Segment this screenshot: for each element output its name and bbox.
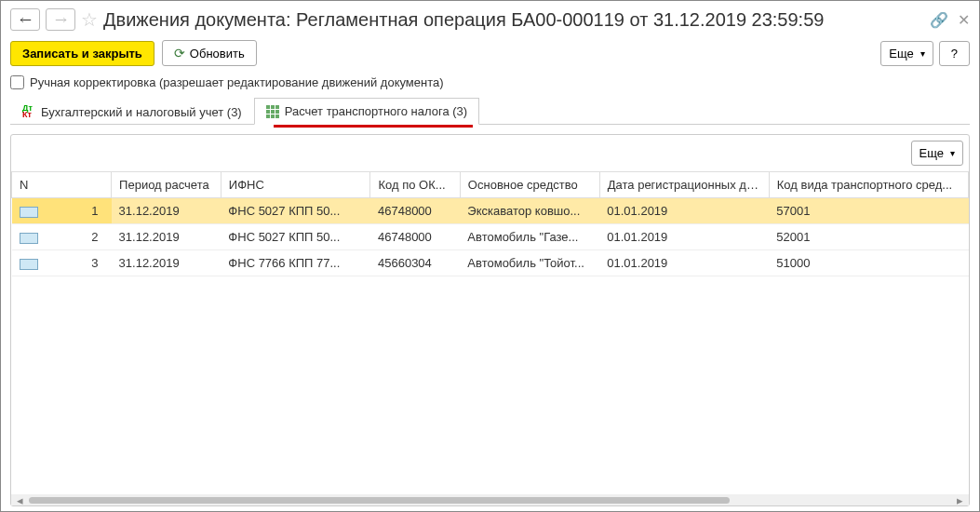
cell-period: 31.12.2019 <box>112 224 222 250</box>
chevron-down-icon: ▾ <box>920 48 925 59</box>
tabs: ДтКт Бухгалтерский и налоговый учет (3) … <box>10 97 970 125</box>
col-n[interactable]: N <box>12 172 112 198</box>
debit-credit-icon: ДтКт <box>22 105 35 118</box>
refresh-button[interactable]: ⟳ Обновить <box>162 40 257 66</box>
refresh-icon: ⟳ <box>174 46 185 61</box>
manual-correction-row: Ручная корректировка (разрешает редактир… <box>10 75 970 89</box>
cell-os: Автомобиль "Газе... <box>460 224 599 250</box>
link-icon[interactable]: 🔗 <box>930 11 948 29</box>
col-date[interactable]: Дата регистрационных данных <box>599 172 769 198</box>
scroll-thumb[interactable] <box>29 497 730 504</box>
close-icon[interactable]: ✕ <box>958 11 970 29</box>
cell-kvid: 57001 <box>769 198 968 224</box>
col-os[interactable]: Основное средство <box>460 172 599 198</box>
cell-ifns: ФНС 7766 КПП 77... <box>221 250 370 276</box>
data-panel: Еще ▾ N Период расчета ИФНС Код по ОК...… <box>10 134 970 506</box>
cell-n: 2 <box>12 224 112 250</box>
cell-kvid: 51000 <box>769 250 968 276</box>
nav-back-button[interactable]: 🡐 <box>10 8 40 31</box>
panel-more-button[interactable]: Еще ▾ <box>911 141 963 166</box>
title-bar: 🡐 🡒 ☆ Движения документа: Регламентная о… <box>10 8 970 31</box>
manual-correction-checkbox[interactable] <box>10 75 24 89</box>
tab-label: Расчет транспортного налога (3) <box>285 104 468 118</box>
table-row[interactable]: 131.12.2019ФНС 5027 КПП 50...46748000Экс… <box>12 198 969 224</box>
cell-os: Автомобиль "Тойот... <box>460 250 599 276</box>
col-kvid[interactable]: Код вида транспортного сред... <box>769 172 968 198</box>
col-kod[interactable]: Код по ОК... <box>370 172 460 198</box>
table-row[interactable]: 331.12.2019ФНС 7766 КПП 77...45660304Авт… <box>12 250 969 276</box>
row-type-icon <box>20 233 38 244</box>
cell-os: Экскаватор ковшо... <box>460 198 599 224</box>
col-period[interactable]: Период расчета <box>112 172 222 198</box>
more-label: Еще <box>889 47 913 61</box>
cell-n: 1 <box>12 198 112 224</box>
horizontal-scrollbar[interactable]: ◂ ▸ <box>11 494 969 505</box>
page-title: Движения документа: Регламентная операци… <box>103 9 924 31</box>
cell-period: 31.12.2019 <box>112 250 222 276</box>
nav-forward-button[interactable]: 🡒 <box>46 8 75 31</box>
cell-date: 01.01.2019 <box>599 250 769 276</box>
row-type-icon <box>20 259 38 270</box>
chevron-down-icon: ▾ <box>950 148 955 158</box>
manual-correction-label: Ручная корректировка (разрешает редактир… <box>30 75 444 89</box>
save-close-button[interactable]: Записать и закрыть <box>10 41 154 66</box>
panel-more-label: Еще <box>920 146 944 160</box>
cell-ifns: ФНС 5027 КПП 50... <box>221 198 370 224</box>
toolbar: Записать и закрыть ⟳ Обновить Еще ▾ ? <box>10 40 970 66</box>
tab-accounting[interactable]: ДтКт Бухгалтерский и налоговый учет (3) <box>10 98 254 125</box>
cell-kvid: 52001 <box>769 224 968 250</box>
col-ifns[interactable]: ИФНС <box>221 172 370 198</box>
cell-kod: 46748000 <box>370 198 460 224</box>
data-table: N Период расчета ИФНС Код по ОК... Основ… <box>11 172 969 276</box>
grid-icon <box>266 105 279 118</box>
table-row[interactable]: 231.12.2019ФНС 5027 КПП 50...46748000Авт… <box>12 224 969 250</box>
table-header-row: N Период расчета ИФНС Код по ОК... Основ… <box>12 172 969 198</box>
tab-transport-tax[interactable]: Расчет транспортного налога (3) <box>254 98 480 125</box>
favorite-star-icon[interactable]: ☆ <box>81 8 98 31</box>
refresh-label: Обновить <box>190 47 245 61</box>
scroll-right-icon: ▸ <box>957 493 963 507</box>
cell-n: 3 <box>12 250 112 276</box>
cell-date: 01.01.2019 <box>599 198 769 224</box>
tab-label: Бухгалтерский и налоговый учет (3) <box>41 105 242 119</box>
cell-kod: 46748000 <box>370 224 460 250</box>
table-container: N Период расчета ИФНС Код по ОК... Основ… <box>11 171 969 494</box>
row-type-icon <box>20 207 38 218</box>
scroll-left-icon: ◂ <box>17 493 23 507</box>
help-button[interactable]: ? <box>939 41 970 66</box>
cell-ifns: ФНС 5027 КПП 50... <box>221 224 370 250</box>
cell-period: 31.12.2019 <box>112 198 222 224</box>
cell-date: 01.01.2019 <box>599 224 769 250</box>
cell-kod: 45660304 <box>370 250 460 276</box>
more-button[interactable]: Еще ▾ <box>880 41 933 66</box>
